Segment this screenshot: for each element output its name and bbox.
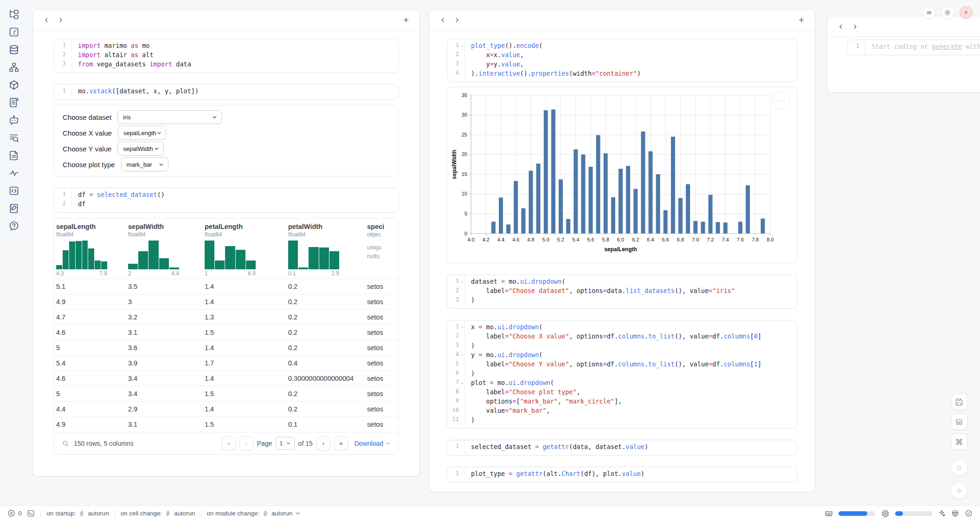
next-cell-button[interactable]: [848, 20, 862, 33]
sidebar-variables-button[interactable]: f: [8, 26, 20, 38]
chevron-down-icon: [156, 130, 162, 136]
chart-actions-button[interactable]: [773, 92, 790, 110]
altair-bar-chart[interactable]: 4.04.24.44.64.85.05.25.45.65.86.06.26.46…: [447, 87, 796, 261]
sidebar-documentation-button[interactable]: [8, 150, 20, 162]
fold-chevron-icon[interactable]: [460, 353, 464, 357]
code-line: df = selected_dataset(): [72, 191, 398, 200]
line-number: 3: [447, 296, 464, 306]
add-cell-button[interactable]: [399, 13, 413, 27]
prev-page-button[interactable]: ‹: [239, 436, 253, 450]
table-search-button[interactable]: [62, 440, 69, 447]
connection-status-button[interactable]: [965, 509, 973, 517]
page-label: Page: [257, 440, 272, 447]
sidebar-notebook-button[interactable]: [8, 202, 20, 215]
table-row: 4.931.40.2setos: [54, 294, 398, 309]
table-cell: setos: [367, 421, 398, 428]
left-column-cells: 123import marimo as moimport altair as a…: [33, 31, 419, 455]
sidebar-packages-button[interactable]: [8, 79, 20, 91]
table-column-header[interactable]: sepalLengthfloat644.37.9: [56, 223, 128, 277]
generate-ai-link[interactable]: generate: [932, 43, 962, 50]
scratchpad-icon: [8, 132, 19, 143]
df-cell-editor[interactable]: 12df = selected_dataset()df: [54, 188, 399, 213]
close-button[interactable]: [960, 6, 973, 19]
save-button[interactable]: [951, 394, 967, 410]
dataset-dropdown-cell-editor[interactable]: 123dataset = mo.ui.dropdown( label="Choo…: [447, 274, 797, 309]
stop-button[interactable]: [951, 459, 967, 476]
table-cell: setos: [367, 405, 398, 413]
choose-dataset-select[interactable]: iris: [117, 110, 222, 124]
download-button[interactable]: Download: [355, 440, 391, 447]
plot-cell: 1234plot_type().encode( x=x.value, y=y.v…: [447, 39, 797, 263]
menu-button[interactable]: [922, 6, 935, 19]
sidebar-file-explorer-button[interactable]: [8, 8, 20, 20]
selected-dataset-cell-editor[interactable]: 1selected_dataset = getattr(data, datase…: [447, 440, 797, 456]
code-line: ): [465, 416, 797, 425]
first-page-button[interactable]: «: [222, 436, 236, 450]
svg-text:4.0: 4.0: [467, 237, 474, 242]
xy-plot-dropdowns-cell: 1234567891011x = mo.ui.dropdown( label="…: [447, 320, 797, 429]
variables-icon: f: [8, 26, 19, 38]
on-module-change--config-button[interactable]: on module change:autorun: [207, 510, 302, 517]
ram-usage-bar[interactable]: [838, 511, 876, 516]
sidebar-ai-chat-button[interactable]: [8, 114, 20, 126]
line-number: 3: [447, 342, 464, 351]
cpu-usage-bar[interactable]: [895, 511, 932, 516]
left-notebook-column: 123import marimo as moimport altair as a…: [32, 9, 420, 476]
table-column-header[interactable]: petalLengthfloat6416.9: [205, 223, 288, 277]
choose-plot-type-select[interactable]: mark_bar: [121, 157, 168, 171]
sparkles-icon: [938, 509, 946, 517]
vstack-cell-editor[interactable]: 1mo.vstack([dataset, x, y, plot]): [54, 84, 399, 100]
next-cell-button[interactable]: [53, 13, 67, 27]
sidebar-snippets-button[interactable]: [8, 185, 20, 197]
on-cell-change--config-button[interactable]: on cell change:autorun: [121, 510, 195, 517]
error-count-button[interactable]: 0: [7, 509, 21, 517]
sidebar-scratchpad-button[interactable]: [8, 132, 20, 144]
sidebar-datasources-button[interactable]: [8, 44, 20, 56]
table-cell: 1.3: [205, 313, 288, 321]
middle-column-cells: 1234plot_type().encode( x=x.value, y=y.v…: [429, 31, 815, 482]
imports-cell-editor[interactable]: 123import marimo as moimport altair as a…: [54, 39, 399, 73]
sidebar-help-button[interactable]: [8, 220, 20, 232]
scratch-cell-editor[interactable]: 1 Start coding or generate with AI: [847, 39, 980, 55]
keyboard-shortcuts-button[interactable]: ⌘: [951, 434, 967, 450]
prev-cell-button[interactable]: [39, 13, 53, 27]
prev-cell-button[interactable]: [834, 20, 848, 33]
plot-type-cell-editor[interactable]: 1plot_type = getattr(alt.Chart(df), plot…: [447, 467, 797, 482]
page-select[interactable]: 1: [276, 437, 294, 450]
table-cell: 1.5: [205, 390, 288, 397]
ai-assistant-button[interactable]: [938, 509, 946, 517]
table-cell: 4.7: [56, 313, 128, 321]
fold-chevron-icon[interactable]: [460, 381, 464, 385]
choose-x-value-select[interactable]: sepalLength: [118, 126, 166, 140]
settings-button[interactable]: [941, 6, 954, 19]
prev-cell-button[interactable]: [436, 13, 450, 27]
svg-text:5.8: 5.8: [602, 237, 609, 242]
fold-chevron-icon[interactable]: [460, 44, 464, 48]
choose-y-value-select[interactable]: sepalWidth: [117, 142, 164, 156]
add-cell-button[interactable]: [794, 13, 808, 27]
table-column-header[interactable]: speciobjecuniqunulls:: [367, 223, 398, 277]
run-button[interactable]: [951, 482, 967, 499]
table-column-header[interactable]: sepalWidthfloat6424.4: [128, 223, 205, 277]
code-line: label="Choose X value", options=df.colum…: [465, 332, 797, 342]
svg-text:6.6: 6.6: [662, 237, 669, 242]
next-page-button[interactable]: ›: [316, 436, 330, 450]
terminal-button[interactable]: [27, 509, 35, 517]
line-number: 4: [447, 351, 464, 360]
fold-chevron-icon[interactable]: [460, 280, 464, 284]
next-cell-button[interactable]: [450, 13, 464, 27]
table-column-header[interactable]: petalWidthfloat640.12.5: [288, 223, 367, 277]
copilot-button[interactable]: [951, 509, 959, 517]
action-rail: ⌘: [950, 394, 968, 500]
fold-chevron-icon[interactable]: [460, 326, 464, 329]
layout-icon: [955, 418, 963, 426]
table-cell: setos: [367, 375, 398, 382]
sidebar-logs-button[interactable]: [8, 97, 20, 109]
on-startup--config-button[interactable]: on startup:autorun: [46, 510, 109, 517]
plot-cell-editor[interactable]: 1234plot_type().encode( x=x.value, y=y.v…: [447, 39, 797, 82]
layout-button[interactable]: [951, 414, 967, 430]
xy-plot-dropdowns-cell-editor[interactable]: 1234567891011x = mo.ui.dropdown( label="…: [447, 320, 797, 429]
last-page-button[interactable]: »: [334, 436, 348, 450]
sidebar-dependency-graph-button[interactable]: [8, 61, 20, 73]
sidebar-tracing-button[interactable]: [8, 167, 20, 179]
